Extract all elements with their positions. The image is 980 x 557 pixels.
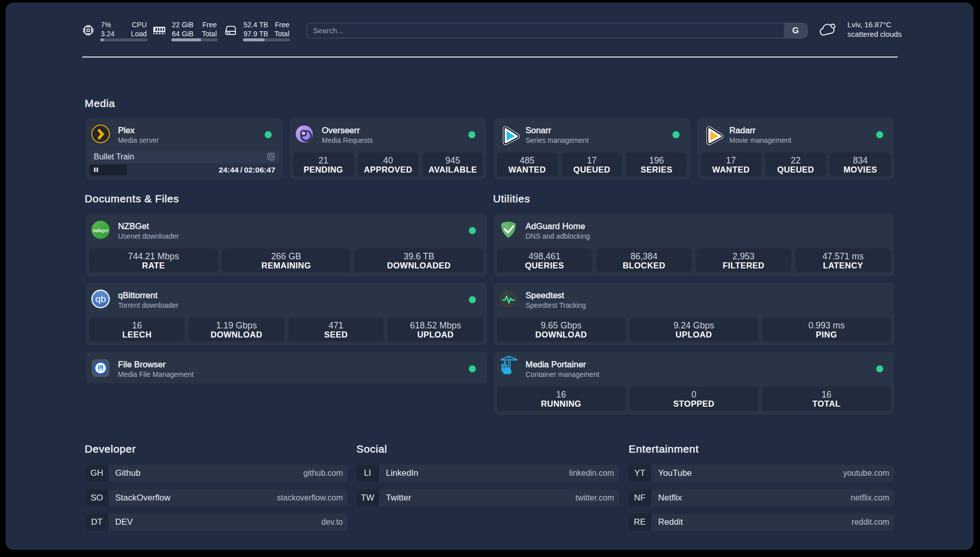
svg-text:qb: qb	[95, 294, 106, 304]
svg-text:nzbget: nzbget	[93, 228, 108, 233]
